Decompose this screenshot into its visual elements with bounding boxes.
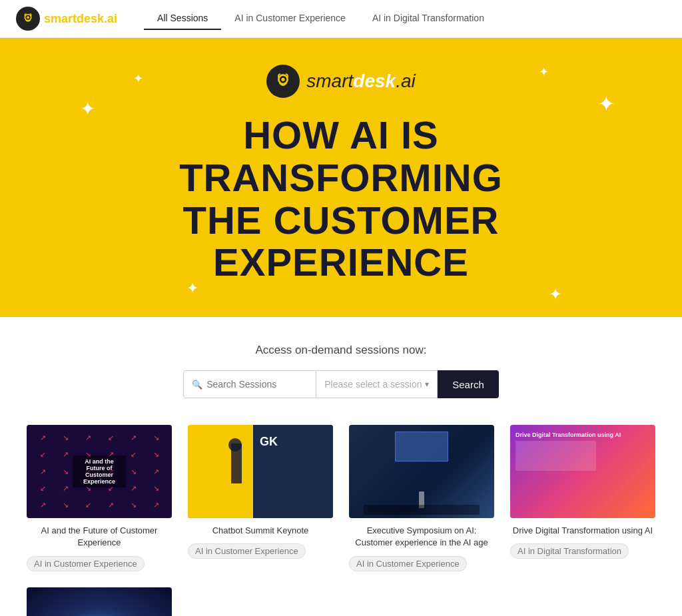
hero-logo: smartdesk.ai <box>266 65 415 98</box>
card-thumb-4: Drive Digital Transformation using AI <box>510 425 655 518</box>
cards-grid-2: On Global Government Digital Transformat… <box>27 587 655 616</box>
card-thumb-1: ↗ ↘ ↗ ↙ ↗ ↘ ↙ ↗ ↘ ↗ ↙ ↘ ↗ ↘ ↙ <box>27 425 172 518</box>
session-select-wrap[interactable]: Please select a session ▾ <box>316 370 438 398</box>
session-card-5[interactable]: On Global Government Digital Transformat… <box>27 587 172 616</box>
search-input-wrap[interactable]: 🔍 <box>183 370 316 398</box>
nav-tab-all[interactable]: All Sessions <box>144 7 221 30</box>
nav-link-dt[interactable]: AI in Digital Transformation <box>359 7 498 29</box>
search-input[interactable] <box>206 379 306 390</box>
cards-section: ↗ ↘ ↗ ↙ ↗ ↘ ↙ ↗ ↘ ↗ ↙ ↘ ↗ ↘ ↙ <box>0 418 682 616</box>
nav-tabs: All Sessions AI in Customer Experience A… <box>144 7 498 30</box>
card-title-3: Executive Symposium on AI: Customer expe… <box>349 525 494 549</box>
hero-logo-icon <box>266 65 300 98</box>
hero-headline: HOW AI IS TRANSFORMING THE CUSTOMER EXPE… <box>108 114 574 284</box>
search-section: Access on-demand sessions now: 🔍 Please … <box>0 317 682 418</box>
sparkle-6: ✦ <box>549 285 562 304</box>
nav-logo[interactable]: smartdesk.ai <box>16 7 117 31</box>
sparkle-1: ✦ <box>80 98 95 120</box>
sparkle-2: ✦ <box>133 71 143 86</box>
card-title-4: Drive Digital Transformation using AI <box>510 525 655 537</box>
svg-point-3 <box>282 78 285 81</box>
hero-logo-text: smartdesk.ai <box>306 71 415 92</box>
chevron-down-icon: ▾ <box>425 380 429 389</box>
sparkle-3: ✦ <box>597 91 615 117</box>
session-select[interactable]: Please select a session <box>324 379 422 390</box>
logo-smart: smart <box>44 12 77 25</box>
nav-link-cx[interactable]: AI in Customer Experience <box>221 7 359 29</box>
card-thumb-2: GK <box>188 425 333 518</box>
nav-link-all-sessions[interactable]: All Sessions <box>144 7 221 30</box>
card-tag-1: AI in Customer Experience <box>27 556 145 571</box>
search-button[interactable]: Search <box>438 370 499 398</box>
session-card-1[interactable]: ↗ ↘ ↗ ↙ ↗ ↘ ↙ ↗ ↘ ↗ ↙ ↘ ↗ ↘ ↙ <box>27 425 172 571</box>
session-card-3[interactable]: Executive Symposium on AI: Customer expe… <box>349 425 494 571</box>
svg-point-1 <box>27 16 29 19</box>
sparkle-4: ✦ <box>539 65 549 79</box>
search-row: 🔍 Please select a session ▾ Search <box>183 370 499 398</box>
card-tag-3: AI in Customer Experience <box>349 556 467 571</box>
card-title-1: AI and the Future of Customer Experience <box>27 525 172 549</box>
logo-deskai: desk.ai <box>77 12 117 25</box>
search-icon: 🔍 <box>192 380 202 390</box>
session-card-4[interactable]: Drive Digital Transformation using AI Dr… <box>510 425 655 571</box>
card-title-2: Chatbot Summit Keynote <box>188 525 333 537</box>
card-tag-2: AI in Customer Experience <box>188 543 306 559</box>
navbar: smartdesk.ai All Sessions AI in Customer… <box>0 0 682 38</box>
search-label: Access on-demand sessions now: <box>255 344 426 357</box>
thumb-text-1: AI and the Future of Customer Experience <box>73 456 126 487</box>
card-tag-4: AI in Digital Transformation <box>510 543 629 559</box>
nav-tab-dt[interactable]: AI in Digital Transformation <box>359 7 498 30</box>
hero-banner: ✦ ✦ ✦ ✦ ✦ ✦ smartdesk.ai HOW AI IS TRANS… <box>0 38 682 317</box>
card-thumb-3 <box>349 425 494 518</box>
card-thumb-5 <box>27 587 172 616</box>
cards-grid: ↗ ↘ ↗ ↙ ↗ ↘ ↙ ↗ ↘ ↗ ↙ ↘ ↗ ↘ ↙ <box>27 425 655 571</box>
logo-icon <box>16 7 40 31</box>
session-card-2[interactable]: GK Chatbot Summit Keynote AI in Customer… <box>188 425 333 571</box>
nav-tab-cx[interactable]: AI in Customer Experience <box>221 7 359 30</box>
